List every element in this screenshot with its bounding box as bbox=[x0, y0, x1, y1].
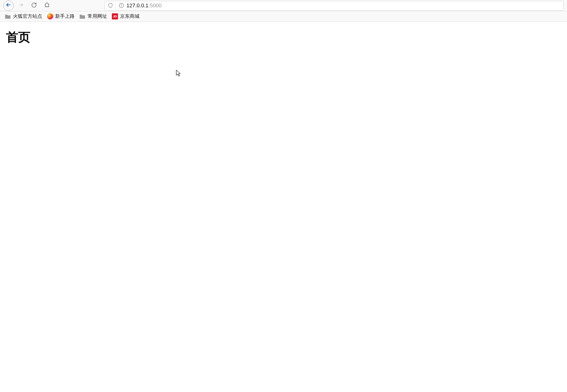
address-bar[interactable]: 127.0.0.1:5000 bbox=[105, 1, 564, 11]
arrow-left-icon bbox=[5, 2, 12, 10]
bookmark-label: 新手上路 bbox=[55, 13, 75, 20]
mouse-cursor-icon bbox=[176, 70, 182, 79]
arrow-right-icon bbox=[18, 2, 24, 9]
jd-icon: JD bbox=[112, 13, 118, 19]
folder-icon bbox=[79, 13, 86, 19]
bookmark-label: 常用网址 bbox=[88, 13, 107, 20]
bookmark-getting-started[interactable]: 新手上路 bbox=[47, 13, 75, 20]
back-button[interactable] bbox=[3, 0, 14, 11]
address-divider bbox=[116, 2, 116, 9]
bookmark-label: 火狐官方站点 bbox=[13, 13, 42, 20]
bookmarks-bar: 火狐官方站点 新手上路 常用网址 JD 京东商城 bbox=[0, 11, 567, 22]
bookmark-common-urls[interactable]: 常用网址 bbox=[79, 13, 107, 20]
bookmark-firefox-official[interactable]: 火狐官方站点 bbox=[5, 13, 42, 20]
shield-icon[interactable] bbox=[107, 3, 113, 9]
address-text: 127.0.0.1:5000 bbox=[126, 2, 162, 9]
address-host: 127.0.0.1 bbox=[126, 2, 148, 9]
reload-icon bbox=[31, 2, 37, 9]
bookmark-jd[interactable]: JD 京东商城 bbox=[112, 13, 139, 20]
svg-point-2 bbox=[121, 4, 122, 4]
bookmark-label: 京东商城 bbox=[120, 13, 139, 20]
page-content: 首页 bbox=[0, 22, 567, 53]
reload-button[interactable] bbox=[28, 1, 40, 11]
forward-button[interactable] bbox=[15, 1, 27, 11]
page-heading: 首页 bbox=[6, 29, 561, 46]
home-icon bbox=[44, 2, 50, 9]
folder-icon bbox=[5, 13, 11, 19]
info-icon[interactable] bbox=[118, 3, 124, 9]
navigation-toolbar: 127.0.0.1:5000 bbox=[0, 0, 567, 11]
home-button[interactable] bbox=[41, 1, 53, 11]
address-port: :5000 bbox=[148, 2, 162, 9]
firefox-icon bbox=[47, 13, 53, 19]
